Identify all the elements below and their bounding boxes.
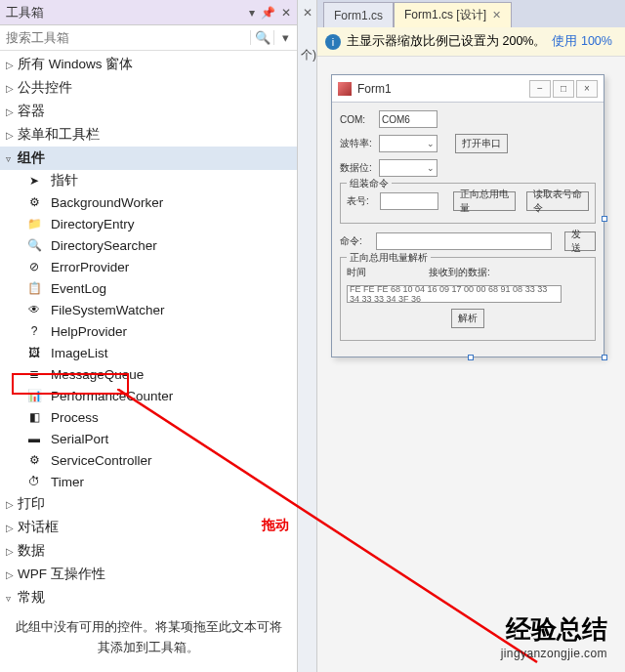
- document-tabs: Form1.cs Form1.cs [设计]✕: [317, 0, 625, 27]
- folder-icon: 📁: [25, 216, 43, 231]
- button-parse[interactable]: 解析: [451, 309, 484, 328]
- toolbox-panel: 工具箱 ▾ 📌 ✕ 🔍 ▾ ▷所有 Windows 窗体 ▷公共控件 ▷容器 ▷…: [0, 0, 298, 672]
- maximize-button[interactable]: □: [553, 80, 574, 98]
- chevron-right-icon: ▷: [6, 546, 18, 557]
- item-performancecounter[interactable]: 📊PerformanceCounter: [0, 385, 297, 406]
- item-eventlog[interactable]: 📋EventLog: [0, 277, 297, 299]
- chevron-right-icon: ▷: [6, 83, 18, 94]
- watermark-text: 经验总结: [501, 612, 607, 647]
- split-sliver: ✕ 个): [298, 0, 317, 672]
- infobar-link[interactable]: 使用 100%: [552, 33, 611, 50]
- form-window[interactable]: Form1 − □ × COM: COM6 波特率: ⌄ 打开串口: [331, 74, 604, 357]
- group-read-legend: 组装命令: [347, 177, 392, 190]
- label-com: COM:: [340, 114, 375, 125]
- dropdown-icon[interactable]: ▾: [249, 6, 255, 20]
- tab-form1-cs[interactable]: Form1.cs: [323, 2, 394, 27]
- item-helpprovider[interactable]: ?HelpProvider: [0, 320, 297, 342]
- item-directorysearcher[interactable]: 🔍DirectorySearcher: [0, 234, 297, 256]
- search-icon[interactable]: 🔍: [250, 30, 273, 45]
- chevron-down-icon: ▿: [6, 593, 18, 604]
- toolbox-search: 🔍 ▾: [0, 25, 297, 51]
- form-titlebar: Form1 − □ ×: [332, 75, 604, 103]
- log-icon: 📋: [25, 280, 43, 296]
- group-parse-legend: 正向总用电量解析: [347, 251, 431, 265]
- watermark: 经验总结 jingyanzongjie.com: [501, 612, 607, 660]
- help-icon: ?: [25, 323, 43, 339]
- label-databits: 数据位:: [340, 161, 375, 175]
- minimize-button[interactable]: −: [529, 80, 551, 98]
- item-process[interactable]: ◧Process: [0, 406, 297, 428]
- info-icon: i: [325, 34, 341, 50]
- form-title: Form1: [357, 82, 527, 96]
- item-messagequeue[interactable]: ≣MessageQueue: [0, 363, 297, 385]
- item-imagelist[interactable]: 🖼ImageList: [0, 342, 297, 363]
- close-icon[interactable]: ✕: [303, 6, 312, 20]
- category-data[interactable]: ▷数据: [0, 539, 297, 563]
- textbox-cmd[interactable]: [376, 232, 552, 250]
- category-menus-toolbars[interactable]: ▷菜单和工具栏: [0, 123, 297, 147]
- textbox-com[interactable]: COM6: [379, 110, 438, 128]
- resize-handle[interactable]: [602, 355, 607, 360]
- close-icon[interactable]: ✕: [492, 9, 501, 21]
- chart-icon: 📊: [25, 388, 43, 403]
- item-filesystemwatcher[interactable]: 👁FileSystemWatcher: [0, 299, 297, 320]
- pin-icon[interactable]: 📌: [261, 6, 275, 20]
- service-icon: ⚙: [25, 452, 43, 468]
- error-icon: ⊘: [25, 259, 43, 274]
- form-icon: [338, 82, 352, 96]
- design-surface[interactable]: Form1 − □ × COM: COM6 波特率: ⌄ 打开串口: [317, 57, 625, 672]
- toolbox-titlebar: 工具箱 ▾ 📌 ✕: [0, 0, 297, 25]
- search-input[interactable]: [0, 30, 250, 45]
- category-printing[interactable]: ▷打印: [0, 492, 297, 516]
- category-dialogs[interactable]: ▷对话框: [0, 516, 297, 539]
- label-baud: 波特率:: [340, 137, 375, 150]
- toolbox-title: 工具箱: [6, 4, 44, 21]
- button-open-port[interactable]: 打开串口: [455, 134, 508, 153]
- resize-handle[interactable]: [602, 216, 607, 222]
- category-components[interactable]: ▿组件: [0, 147, 297, 170]
- combo-baud[interactable]: ⌄: [379, 135, 438, 152]
- empty-group-message: 此组中没有可用的控件。将某项拖至此文本可将其添加到工具箱。: [0, 609, 297, 666]
- scaling-infobar: i 主显示器缩放比例已设置为 200%。 使用 100%: [317, 27, 625, 57]
- chevron-right-icon: ▷: [6, 569, 18, 580]
- image-icon: 🖼: [25, 345, 43, 360]
- button-send[interactable]: 发送: [564, 231, 596, 251]
- search-dropdown-icon[interactable]: ▾: [273, 30, 297, 45]
- label-time: 时间: [347, 266, 382, 279]
- category-wpf-interop[interactable]: ▷WPF 互操作性: [0, 563, 297, 586]
- annotation-drag-label: 拖动: [262, 517, 289, 534]
- label-received: 接收到的数据:: [429, 266, 490, 279]
- category-all-winforms[interactable]: ▷所有 Windows 窗体: [0, 53, 297, 76]
- eye-icon: 👁: [25, 302, 43, 317]
- item-backgroundworker[interactable]: ⚙BackgroundWorker: [0, 191, 297, 213]
- item-serialport[interactable]: ▬SerialPort: [0, 428, 297, 449]
- item-servicecontroller[interactable]: ⚙ServiceController: [0, 449, 297, 471]
- combo-databits[interactable]: ⌄: [379, 159, 438, 177]
- category-common-controls[interactable]: ▷公共控件: [0, 76, 297, 100]
- chevron-right-icon: ▷: [6, 130, 18, 141]
- form-client-area: COM: COM6 波特率: ⌄ 打开串口 数据位: ⌄ 组装命令: [332, 103, 604, 357]
- designer-panel: Form1.cs Form1.cs [设计]✕ i 主显示器缩放比例已设置为 2…: [317, 0, 625, 672]
- resize-handle[interactable]: [468, 355, 474, 360]
- item-timer[interactable]: ⏱Timer: [0, 471, 297, 492]
- button-read-power[interactable]: 正向总用电量: [453, 191, 516, 211]
- chevron-right-icon: ▷: [6, 499, 18, 510]
- category-containers[interactable]: ▷容器: [0, 100, 297, 123]
- search-folder-icon: 🔍: [25, 237, 43, 253]
- item-pointer[interactable]: ➤指针: [0, 170, 297, 191]
- queue-icon: ≣: [25, 366, 43, 382]
- textbox-hex[interactable]: FE FE FE 68 10 04 16 09 17 00 00 68 91 0…: [347, 285, 562, 303]
- close-button[interactable]: ×: [576, 80, 598, 98]
- chevron-right-icon: ▷: [6, 60, 18, 70]
- chevron-right-icon: ▷: [6, 106, 18, 117]
- button-read-addr[interactable]: 读取表号命令: [526, 191, 589, 211]
- textbox-addr[interactable]: [380, 192, 438, 210]
- label-addr: 表号:: [347, 194, 376, 208]
- gear-icon: ⚙: [25, 194, 43, 210]
- tab-form1-design[interactable]: Form1.cs [设计]✕: [394, 2, 512, 27]
- category-general[interactable]: ▿常规: [0, 586, 297, 609]
- item-errorprovider[interactable]: ⊘ErrorProvider: [0, 256, 297, 277]
- close-icon[interactable]: ✕: [281, 6, 291, 20]
- truncated-text: 个): [301, 47, 316, 63]
- item-directoryentry[interactable]: 📁DirectoryEntry: [0, 213, 297, 234]
